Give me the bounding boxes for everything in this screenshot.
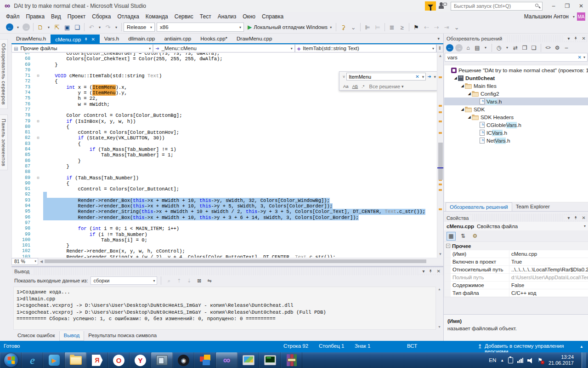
redo-icon[interactable]: ↷: [103, 23, 113, 32]
navigate-outdent-icon[interactable]: ⊨: [373, 23, 382, 32]
next-message-icon[interactable]: ⇣: [185, 276, 193, 285]
output-log[interactable]: 1>Создание кода... 1>dllmain.cpp 1>csgoc…: [13, 287, 436, 330]
panel-tab[interactable]: Team Explorer: [512, 202, 554, 211]
find-in-files-icon[interactable]: ⚳: [339, 23, 348, 32]
toolbar-overflow2-icon[interactable]: ⌄: [452, 23, 461, 32]
tree-item[interactable]: ◢Dunt0cheat: [444, 74, 588, 82]
property-value[interactable]: cMenu.cpp: [509, 250, 588, 258]
new-file-chevron-icon[interactable]: ▾: [48, 25, 50, 29]
taskbar-visual-studio[interactable]: ∞: [216, 352, 237, 368]
menu-item[interactable]: Окно: [239, 12, 259, 21]
minimize-button[interactable]: –: [547, 1, 560, 11]
property-row[interactable]: Полный путьd:\Users\User\AppData\Local\T…: [444, 273, 588, 281]
tree-expand-icon[interactable]: ◢: [460, 107, 465, 111]
output-scrollbar[interactable]: ▲ ▼: [436, 287, 442, 330]
properties-object-dropdown[interactable]: cMenu.cpp Свойства файла ▾: [444, 222, 588, 230]
start-debug-icon[interactable]: ▶: [248, 24, 252, 30]
output-close-icon[interactable]: ✕: [437, 269, 441, 274]
navigate-indent-icon[interactable]: ⊫: [363, 23, 372, 32]
menu-item[interactable]: Сборка: [89, 12, 114, 21]
se-pin-icon[interactable]: 🖈: [574, 36, 578, 41]
property-row[interactable]: Относительный путь..\..\..\..\..\Local\T…: [444, 265, 588, 273]
se-view-code-icon[interactable]: <>: [544, 44, 552, 52]
pin-tab-icon[interactable]: 🖈: [84, 37, 88, 42]
properties-menu-chevron-icon[interactable]: ▾: [568, 215, 570, 220]
close-button[interactable]: ✕: [574, 1, 588, 11]
solution-search-clear-icon[interactable]: ✕: [578, 55, 583, 60]
close-tab-icon[interactable]: ✕: [91, 37, 95, 42]
se-collapse-all-icon[interactable]: ❐: [520, 44, 529, 52]
increase-indent-icon[interactable]: ≥: [397, 23, 407, 32]
menu-item[interactable]: Справка: [259, 12, 287, 21]
save-icon[interactable]: ▣: [62, 23, 72, 32]
se-menu-chevron-icon[interactable]: ▾: [568, 36, 570, 41]
taskbar-vault-app[interactable]: [151, 352, 173, 368]
taskbar-opera-browser[interactable]: O: [108, 352, 130, 368]
document-tab[interactable]: dllmain.cpp: [124, 34, 159, 43]
taskbar-paint-app[interactable]: [237, 352, 259, 368]
prev-bookmark-icon[interactable]: ⇠: [422, 23, 431, 32]
navbar-type-dropdown[interactable]: ➜ _Menu::cMenu▾: [153, 44, 294, 52]
tree-item[interactable]: ICVars.h: [444, 129, 588, 137]
menu-item[interactable]: Правка: [23, 12, 48, 21]
tree-expand-icon[interactable]: ◢: [467, 92, 472, 96]
undo-icon[interactable]: ↶: [87, 23, 96, 32]
bookmark-icon[interactable]: ⚑: [412, 23, 421, 32]
tree-expand-icon[interactable]: ◢: [453, 76, 458, 80]
find-message-icon[interactable]: ⌕: [164, 276, 173, 285]
tree-item[interactable]: ◢SDK: [444, 105, 588, 113]
tree-item[interactable]: ◢Main files: [444, 82, 588, 90]
output-menu-chevron-icon[interactable]: ▾: [423, 269, 425, 274]
match-case-toggle[interactable]: Aa: [341, 83, 351, 90]
navbar-project-dropdown[interactable]: ▤ Прочие файлы▾: [11, 44, 153, 52]
editor-vertical-scrollbar[interactable]: ▲ ▼: [437, 53, 443, 258]
split-editor-handle[interactable]: ⇕: [436, 44, 443, 52]
menu-item[interactable]: Отладка: [114, 12, 142, 21]
find-scope-chevron-icon[interactable]: ▾: [400, 84, 405, 89]
find-history-chevron-icon[interactable]: ▾: [421, 75, 426, 79]
panel-tab[interactable]: Обозреватель решений: [446, 202, 512, 211]
account-avatar[interactable]: MA: [577, 12, 585, 21]
property-value[interactable]: ..\..\..\..\..\Local\Temp\Rar$DIa0.277: [509, 266, 588, 273]
properties-close-icon[interactable]: ✕: [582, 215, 586, 220]
next-bookmark-icon[interactable]: ⇢: [432, 23, 441, 32]
document-tab[interactable]: cMenu.cpp🖈✕: [51, 34, 100, 43]
tree-item[interactable]: Vars.h: [444, 98, 588, 105]
property-value[interactable]: C/C++ код: [509, 289, 588, 297]
find-scope-dropdown[interactable]: Все решение: [369, 84, 401, 89]
property-row[interactable]: Включен в проектTrue: [444, 258, 588, 265]
document-tab[interactable]: DrawMenu.cpp: [232, 34, 277, 43]
find-options-chevron-icon[interactable]: ▾: [433, 75, 437, 79]
menu-item[interactable]: Файл: [3, 12, 23, 21]
editor-zoom-select[interactable]: 81 %▾: [11, 258, 38, 265]
account-name[interactable]: Малышкин Антон: [524, 13, 569, 20]
undo-chevron-icon[interactable]: ▾: [99, 25, 101, 29]
fold-marker-icon[interactable]: ⊟: [33, 135, 43, 141]
whole-word-toggle[interactable]: АБ: [351, 83, 360, 90]
decrease-indent-icon[interactable]: ≣: [387, 23, 396, 32]
taskbar-yandex-app[interactable]: Я: [86, 352, 108, 368]
taskbar-yandex-browser[interactable]: Y: [130, 352, 151, 368]
clock[interactable]: 13:24 21.06.2017: [548, 354, 574, 366]
taskbar-windows-explorer[interactable]: [65, 352, 86, 368]
output-scroll-down-icon[interactable]: ▼: [436, 324, 442, 330]
tree-item[interactable]: ◢Config2: [444, 90, 588, 98]
se-pending-chevron-icon[interactable]: ▾: [506, 46, 508, 50]
se-back-icon[interactable]: ←: [446, 44, 454, 52]
menu-item[interactable]: Проект: [64, 12, 89, 21]
bottom-tab-item[interactable]: Результаты поиска символа: [84, 331, 161, 341]
debug-target-chevron-icon[interactable]: ▾: [330, 25, 332, 29]
taskbar-start-button[interactable]: [0, 352, 22, 368]
tree-item[interactable]: NetVars.h: [444, 137, 588, 144]
scc-chevron-icon[interactable]: ▲: [580, 345, 583, 349]
back-chevron-icon[interactable]: ▾: [17, 25, 19, 29]
tree-expand-icon[interactable]: ◢: [467, 115, 472, 119]
find-clear-icon[interactable]: ✕: [414, 74, 420, 79]
se-pending-changes-icon[interactable]: ◷: [495, 44, 503, 52]
regex-toggle[interactable]: .*: [360, 83, 366, 90]
action-flag-icon[interactable]: ⚑: [537, 357, 543, 363]
restore-button[interactable]: ❐: [560, 1, 574, 11]
prev-message-icon[interactable]: ⇡: [175, 276, 183, 285]
menu-item[interactable]: Анализ: [215, 12, 240, 21]
property-row[interactable]: Тип файлаC/C++ код: [444, 289, 588, 297]
